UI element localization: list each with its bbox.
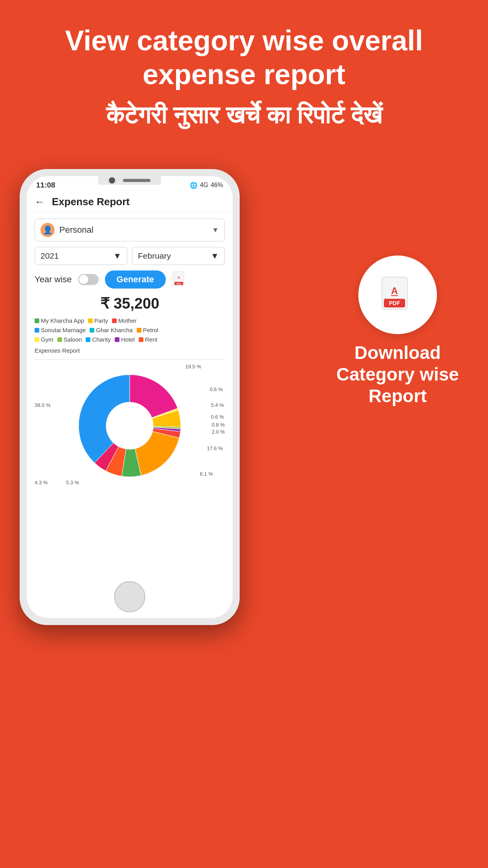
phone-outer: 11:08 🌐 4G 46% ← Expense Report 👤 Pe <box>20 169 240 625</box>
year-select[interactable]: 2021 ▼ <box>35 247 127 265</box>
pct-53: 5.3 % <box>66 480 79 485</box>
pct-43: 4.3 % <box>35 480 48 485</box>
month-select[interactable]: February ▼ <box>132 247 225 265</box>
yearwise-toggle[interactable] <box>78 274 99 285</box>
year-value: 2021 <box>40 251 59 261</box>
pct-19: 19.5 % <box>185 364 201 370</box>
network-icon: 🌐 <box>190 182 198 189</box>
legend-petrol: Petrol <box>137 326 158 335</box>
pct-54: 5.4 % <box>211 402 224 408</box>
header-section: View category wise overall expense repor… <box>0 0 488 143</box>
yearwise-row: Year wise Generate PDF A <box>35 270 225 289</box>
profile-dropdown-arrow: ▼ <box>212 226 219 234</box>
home-button[interactable] <box>114 581 145 612</box>
legend-area: My Kharcha App Party Mother <box>35 316 225 355</box>
generate-button[interactable]: Generate <box>105 270 166 289</box>
profile-avatar: 👤 <box>40 223 55 237</box>
svg-point-4 <box>106 402 153 449</box>
pct-61: 6.1 % <box>200 471 213 477</box>
legend-mother: Mother <box>112 316 137 326</box>
legend-row-2: Sonutai Marriage Ghar Kharcha Petrol <box>35 326 225 335</box>
phone-mockup: 11:08 🌐 4G 46% ← Expense Report 👤 Pe <box>20 169 240 798</box>
legend-row-3: Gym Saloon Charity Hotel <box>35 335 225 344</box>
phone-notch <box>98 176 161 185</box>
month-dropdown-arrow: ▼ <box>211 251 219 261</box>
legend-ghar: Ghar Kharcha <box>90 326 132 335</box>
pie-chart-svg <box>71 367 189 485</box>
year-dropdown-arrow: ▼ <box>113 251 121 261</box>
profile-name: Personal <box>59 225 94 235</box>
phone-camera <box>109 177 115 184</box>
app-title: Expense Report <box>52 196 130 208</box>
legend-party: Party <box>88 316 108 326</box>
phone-speaker <box>123 179 150 182</box>
legend-rent: Rent <box>139 335 158 344</box>
phone-inner: 11:08 🌐 4G 46% ← Expense Report 👤 Pe <box>27 176 233 618</box>
month-value: February <box>138 251 171 261</box>
report-label: Expenses Report <box>35 346 225 355</box>
signal-icon: 4G <box>200 182 208 189</box>
svg-text:PDF: PDF <box>176 283 181 285</box>
profile-left: 👤 Personal <box>40 223 94 237</box>
yearwise-label: Year wise <box>35 274 72 285</box>
legend-row-1: My Kharcha App Party Mother <box>35 316 225 326</box>
header-title-en: View category wise overall expense repor… <box>31 24 457 92</box>
back-button[interactable]: ← <box>35 196 45 208</box>
profile-dropdown[interactable]: 👤 Personal ▼ <box>35 219 225 241</box>
chart-divider <box>35 359 225 360</box>
app-content: 👤 Personal ▼ 2021 ▼ February ▼ <box>27 212 233 576</box>
pct-08: 0.8 % <box>212 422 225 428</box>
battery-icon: 46% <box>211 182 223 189</box>
chart-container: 19.5 % 0.6 % 5.4 % 0.6 % 0.8 % 2.0 % 17.… <box>35 363 225 489</box>
pdf-icon-large: PDF A <box>380 275 415 314</box>
legend-saloon: Saloon <box>57 335 82 344</box>
right-panel: PDF A Download Category wise Report <box>331 256 464 407</box>
pdf-icon: PDF A <box>172 271 188 288</box>
status-time: 11:08 <box>36 181 55 189</box>
legend-charity: Charity <box>86 335 111 344</box>
app-header: ← Expense Report <box>27 192 233 212</box>
legend-my-kharcha: My Kharcha App <box>35 316 84 326</box>
status-icons: 🌐 4G 46% <box>190 182 223 189</box>
pct-176: 17.6 % <box>207 445 223 451</box>
pct-06a: 0.6 % <box>210 386 223 392</box>
legend-hotel: Hotel <box>115 335 135 344</box>
pct-20: 2.0 % <box>212 429 225 435</box>
pct-38: 38.0 % <box>35 402 50 408</box>
date-row: 2021 ▼ February ▼ <box>35 247 225 265</box>
svg-text:A: A <box>178 276 180 280</box>
pdf-circle: PDF A <box>358 256 437 334</box>
pct-06b: 0.6 % <box>211 414 224 420</box>
header-title-hi: कैटेगरी नुसार खर्चे का रिपोर्ट देखें <box>31 99 457 131</box>
toggle-knob <box>79 275 88 284</box>
download-text: Download Category wise Report <box>331 342 464 407</box>
legend-gym: Gym <box>35 335 53 344</box>
svg-text:PDF: PDF <box>389 300 400 306</box>
legend-sonutai: Sonutai Marriage <box>35 326 86 335</box>
amount-display: ₹ 35,200 <box>35 295 225 312</box>
svg-text:A: A <box>391 285 398 296</box>
